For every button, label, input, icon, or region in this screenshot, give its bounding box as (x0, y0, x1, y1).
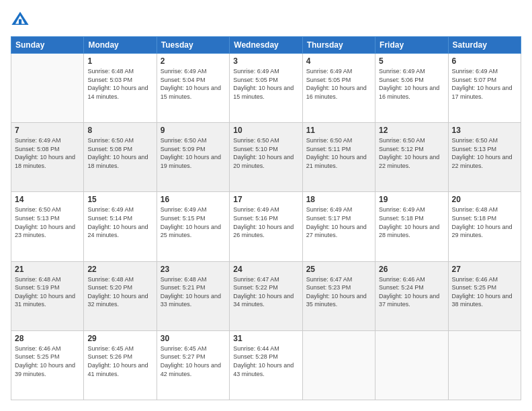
day-info: Sunrise: 6:44 AMSunset: 5:28 PMDaylight:… (233, 345, 298, 378)
day-number: 24 (233, 265, 298, 274)
day-number: 14 (15, 195, 80, 204)
day-number: 17 (233, 195, 298, 204)
calendar-cell (448, 330, 521, 400)
day-info: Sunrise: 6:45 AMSunset: 5:26 PMDaylight:… (87, 345, 152, 378)
calendar-cell: 15 Sunrise: 6:49 AMSunset: 5:14 PMDaylig… (84, 192, 157, 261)
calendar-cell: 9 Sunrise: 6:50 AMSunset: 5:09 PMDayligh… (157, 123, 229, 192)
day-number: 20 (452, 195, 517, 204)
calendar-week-row: 1 Sunrise: 6:48 AMSunset: 5:03 PMDayligh… (11, 54, 521, 123)
day-info: Sunrise: 6:50 AMSunset: 5:10 PMDaylight:… (233, 136, 298, 170)
day-number: 7 (15, 126, 80, 135)
calendar-cell: 29 Sunrise: 6:45 AMSunset: 5:26 PMDaylig… (84, 330, 157, 400)
calendar-cell: 11 Sunrise: 6:50 AMSunset: 5:11 PMDaylig… (302, 123, 375, 192)
day-info: Sunrise: 6:49 AMSunset: 5:15 PMDaylight:… (161, 205, 226, 239)
day-number: 10 (233, 126, 298, 135)
calendar-cell: 20 Sunrise: 6:48 AMSunset: 5:18 PMDaylig… (448, 192, 521, 261)
calendar-cell (375, 330, 448, 400)
day-info: Sunrise: 6:49 AMSunset: 5:05 PMDaylight:… (306, 67, 371, 101)
weekday-header: Monday (84, 37, 157, 54)
day-info: Sunrise: 6:46 AMSunset: 5:25 PMDaylight:… (15, 345, 80, 378)
calendar-cell: 31 Sunrise: 6:44 AMSunset: 5:28 PMDaylig… (230, 330, 302, 400)
day-info: Sunrise: 6:50 AMSunset: 5:08 PMDaylight:… (87, 136, 152, 170)
calendar-cell: 25 Sunrise: 6:47 AMSunset: 5:23 PMDaylig… (302, 261, 375, 330)
day-number: 2 (161, 56, 226, 66)
day-info: Sunrise: 6:50 AMSunset: 5:13 PMDaylight:… (452, 136, 517, 170)
day-number: 5 (379, 56, 444, 66)
calendar-cell: 5 Sunrise: 6:49 AMSunset: 5:06 PMDayligh… (375, 54, 448, 123)
day-number: 25 (306, 265, 371, 274)
day-number: 8 (87, 126, 152, 135)
calendar-cell: 30 Sunrise: 6:45 AMSunset: 5:27 PMDaylig… (157, 330, 229, 400)
calendar-cell: 16 Sunrise: 6:49 AMSunset: 5:15 PMDaylig… (157, 192, 229, 261)
day-number: 22 (87, 265, 152, 274)
calendar-cell: 21 Sunrise: 6:48 AMSunset: 5:19 PMDaylig… (11, 261, 84, 330)
day-info: Sunrise: 6:46 AMSunset: 5:24 PMDaylight:… (379, 275, 444, 309)
calendar-cell (11, 54, 84, 123)
day-info: Sunrise: 6:50 AMSunset: 5:13 PMDaylight:… (15, 205, 80, 239)
day-number: 16 (161, 195, 226, 204)
calendar-week-row: 28 Sunrise: 6:46 AMSunset: 5:25 PMDaylig… (11, 330, 521, 400)
day-number: 15 (87, 195, 152, 204)
logo (11, 11, 31, 30)
calendar-cell: 1 Sunrise: 6:48 AMSunset: 5:03 PMDayligh… (84, 54, 157, 123)
day-info: Sunrise: 6:48 AMSunset: 5:19 PMDaylight:… (15, 275, 80, 309)
day-info: Sunrise: 6:47 AMSunset: 5:22 PMDaylight:… (233, 275, 298, 309)
svg-rect-2 (19, 19, 21, 25)
calendar-cell: 4 Sunrise: 6:49 AMSunset: 5:05 PMDayligh… (302, 54, 375, 123)
calendar-cell (302, 330, 375, 400)
calendar-header-row: SundayMondayTuesdayWednesdayThursdayFrid… (11, 37, 521, 54)
day-number: 11 (306, 126, 371, 135)
day-number: 29 (87, 334, 152, 343)
day-number: 28 (15, 334, 80, 343)
day-info: Sunrise: 6:49 AMSunset: 5:05 PMDaylight:… (233, 67, 298, 101)
day-info: Sunrise: 6:50 AMSunset: 5:12 PMDaylight:… (379, 136, 444, 170)
day-number: 1 (87, 56, 152, 66)
day-info: Sunrise: 6:49 AMSunset: 5:06 PMDaylight:… (379, 67, 444, 101)
calendar-cell: 2 Sunrise: 6:49 AMSunset: 5:04 PMDayligh… (157, 54, 229, 123)
weekday-header: Saturday (448, 37, 521, 54)
calendar-cell: 28 Sunrise: 6:46 AMSunset: 5:25 PMDaylig… (11, 330, 84, 400)
header (11, 11, 521, 30)
calendar-cell: 27 Sunrise: 6:46 AMSunset: 5:25 PMDaylig… (448, 261, 521, 330)
day-info: Sunrise: 6:48 AMSunset: 5:03 PMDaylight:… (87, 67, 152, 101)
weekday-header: Thursday (302, 37, 375, 54)
day-info: Sunrise: 6:48 AMSunset: 5:21 PMDaylight:… (161, 275, 226, 309)
day-info: Sunrise: 6:50 AMSunset: 5:11 PMDaylight:… (306, 136, 371, 170)
day-number: 18 (306, 195, 371, 204)
day-info: Sunrise: 6:49 AMSunset: 5:16 PMDaylight:… (233, 205, 298, 239)
day-info: Sunrise: 6:49 AMSunset: 5:14 PMDaylight:… (87, 205, 152, 239)
day-number: 12 (379, 126, 444, 135)
day-number: 3 (233, 56, 298, 66)
calendar-cell: 26 Sunrise: 6:46 AMSunset: 5:24 PMDaylig… (375, 261, 448, 330)
calendar-cell: 7 Sunrise: 6:49 AMSunset: 5:08 PMDayligh… (11, 123, 84, 192)
day-info: Sunrise: 6:50 AMSunset: 5:09 PMDaylight:… (161, 136, 226, 170)
calendar-cell: 6 Sunrise: 6:49 AMSunset: 5:07 PMDayligh… (448, 54, 521, 123)
calendar-week-row: 14 Sunrise: 6:50 AMSunset: 5:13 PMDaylig… (11, 192, 521, 261)
calendar-cell: 14 Sunrise: 6:50 AMSunset: 5:13 PMDaylig… (11, 192, 84, 261)
calendar-cell: 10 Sunrise: 6:50 AMSunset: 5:10 PMDaylig… (230, 123, 302, 192)
day-info: Sunrise: 6:49 AMSunset: 5:18 PMDaylight:… (379, 205, 444, 239)
day-info: Sunrise: 6:49 AMSunset: 5:17 PMDaylight:… (306, 205, 371, 239)
calendar-week-row: 7 Sunrise: 6:49 AMSunset: 5:08 PMDayligh… (11, 123, 521, 192)
calendar-cell: 23 Sunrise: 6:48 AMSunset: 5:21 PMDaylig… (157, 261, 229, 330)
day-number: 31 (233, 334, 298, 343)
calendar-cell: 3 Sunrise: 6:49 AMSunset: 5:05 PMDayligh… (230, 54, 302, 123)
day-info: Sunrise: 6:46 AMSunset: 5:25 PMDaylight:… (452, 275, 517, 309)
calendar-cell: 24 Sunrise: 6:47 AMSunset: 5:22 PMDaylig… (230, 261, 302, 330)
day-number: 9 (161, 126, 226, 135)
calendar-cell: 18 Sunrise: 6:49 AMSunset: 5:17 PMDaylig… (302, 192, 375, 261)
weekday-header: Wednesday (230, 37, 302, 54)
page: SundayMondayTuesdayWednesdayThursdayFrid… (0, 0, 532, 411)
calendar-cell: 13 Sunrise: 6:50 AMSunset: 5:13 PMDaylig… (448, 123, 521, 192)
calendar-cell: 8 Sunrise: 6:50 AMSunset: 5:08 PMDayligh… (84, 123, 157, 192)
day-info: Sunrise: 6:48 AMSunset: 5:20 PMDaylight:… (87, 275, 152, 309)
weekday-header: Sunday (11, 37, 84, 54)
day-info: Sunrise: 6:49 AMSunset: 5:08 PMDaylight:… (15, 136, 80, 170)
day-info: Sunrise: 6:47 AMSunset: 5:23 PMDaylight:… (306, 275, 371, 309)
weekday-header: Tuesday (157, 37, 229, 54)
day-number: 21 (15, 265, 80, 274)
logo-icon (11, 11, 30, 30)
day-number: 13 (452, 126, 517, 135)
day-number: 4 (306, 56, 371, 66)
day-number: 6 (452, 56, 517, 66)
